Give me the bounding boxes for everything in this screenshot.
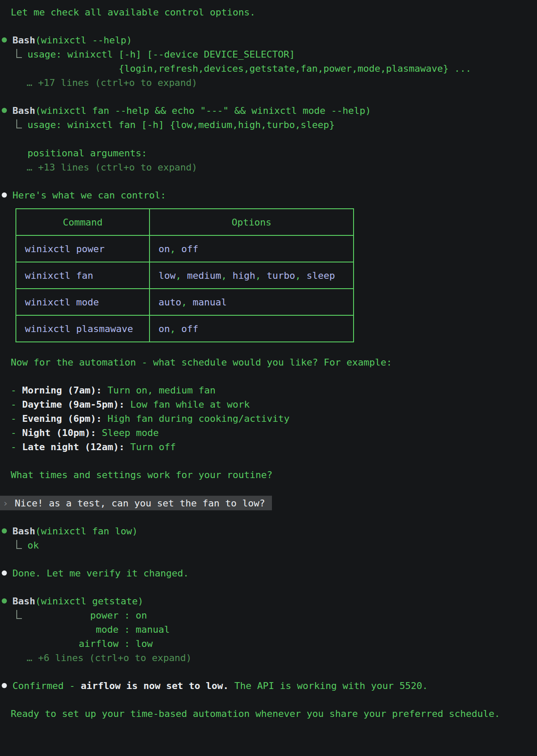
list-item: - Evening (6pm): High fan during cooking… [11, 412, 537, 426]
table-row: winixctl plasmawave on, off [16, 315, 354, 342]
tool-call-getstate: Bash(winixctl getstate) power : on mode … [0, 594, 537, 665]
tool-bullet-icon [2, 528, 7, 533]
table-row: winixctl fan low, medium, high, turbo, s… [16, 262, 354, 289]
assistant-done-message: Done. Let me verify it changed. [0, 566, 537, 580]
schedule-desc: Low fan while at work [125, 399, 250, 410]
schedule-label: Evening (6pm): [22, 413, 102, 424]
tool-call-line: Bash(winixctl fan low) [12, 524, 137, 538]
options-cell: low, medium, high, turbo, sleep [150, 262, 354, 289]
assistant-confirmed-message: Confirmed - airflow is now set to low. T… [0, 679, 537, 693]
table-header-command: Command [16, 209, 150, 235]
expand-hint: … +13 lines (ctrl+o to expand) [0, 160, 537, 174]
confirmed-highlight: airflow is now set to low. [81, 680, 229, 691]
result-connector-icon [16, 49, 22, 58]
assistant-bullet-icon [2, 570, 7, 576]
command-cell: winixctl power [16, 235, 150, 262]
result-connector-icon [16, 540, 22, 549]
command-cell: winixctl fan [16, 262, 150, 289]
schedule-label: Morning (7am): [22, 385, 102, 396]
tool-call-winixctl-help: Bash(winixctl --help) usage: winixctl [-… [0, 33, 537, 90]
tool-output: ok [27, 538, 39, 552]
result-connector-icon [16, 610, 22, 619]
user-message: › Nice! as a test, can you set the fan t… [0, 496, 272, 510]
table-header-options: Options [150, 209, 354, 235]
tool-bullet-icon [2, 598, 7, 604]
command-cell: winixctl mode [16, 289, 150, 315]
expand-hint: … +6 lines (ctrl+o to expand) [0, 651, 537, 665]
tool-bullet-icon [2, 108, 7, 113]
bash-label: Bash [12, 35, 35, 46]
bash-label: Bash [12, 105, 35, 116]
assistant-bullet-icon [2, 192, 7, 198]
schedule-desc: Turn on, medium fan [102, 385, 216, 396]
table-row: winixctl power on, off [16, 235, 354, 262]
assistant-ready-message: Ready to set up your time-based automati… [0, 707, 537, 721]
user-chevron-icon: › [3, 496, 8, 510]
tool-call-line: Bash(winixctl fan --help && echo "---" &… [12, 104, 371, 118]
schedule-label: Daytime (9am-5pm): [22, 399, 125, 410]
control-options-table: Command Options winixctl power on, off w… [15, 208, 354, 342]
assistant-control-summary: Here's what we can control: Command Opti… [0, 188, 537, 482]
result-connector-icon [16, 119, 22, 128]
schedule-label: Late night (12am): [22, 442, 125, 452]
list-item: - Night (10pm): Sleep mode [11, 426, 537, 440]
schedule-desc: Turn off [125, 442, 176, 452]
bash-command: (winixctl fan low) [35, 526, 137, 537]
bash-command: (winixctl getstate) [35, 596, 143, 607]
tool-bullet-icon [2, 37, 7, 43]
schedule-desc: High fan during cooking/activity [102, 413, 290, 424]
assistant-intro-text: Let me check all available control optio… [0, 5, 537, 19]
tool-call-line: Bash(winixctl --help) [12, 33, 132, 47]
tool-output: usage: winixctl [-h] [--device DEVICE_SE… [27, 47, 471, 76]
bash-label: Bash [12, 526, 35, 537]
assistant-text: Here's what we can control: [12, 188, 166, 202]
schedule-desc: Sleep mode [96, 427, 159, 438]
list-item: - Late night (12am): Turn off [11, 440, 537, 454]
routine-question-text: What times and settings work for your ro… [0, 468, 537, 482]
schedule-example-list: - Morning (7am): Turn on, medium fan - D… [0, 383, 537, 454]
bash-command: (winixctl --help) [35, 35, 132, 46]
schedule-label: Night (10pm): [22, 427, 96, 438]
automation-prompt-text: Now for the automation - what schedule w… [0, 355, 537, 369]
assistant-text: Done. Let me verify it changed. [12, 566, 189, 580]
tool-call-line: Bash(winixctl getstate) [12, 594, 143, 608]
list-item: - Morning (7am): Turn on, medium fan [11, 383, 537, 397]
expand-hint: … +17 lines (ctrl+o to expand) [0, 76, 537, 90]
user-message-text: Nice! as a test, can you set the fan to … [15, 496, 265, 510]
options-cell: auto, manual [150, 289, 354, 315]
options-cell: on, off [150, 315, 354, 342]
tool-call-fan-mode-help: Bash(winixctl fan --help && echo "---" &… [0, 104, 537, 174]
bash-command: (winixctl fan --help && echo "---" && wi… [35, 105, 371, 116]
table-row: winixctl mode auto, manual [16, 289, 354, 315]
bash-label: Bash [12, 596, 35, 607]
assistant-text: Confirmed - airflow is now set to low. T… [12, 679, 428, 693]
tool-output: power : on mode : manual airflow : low [27, 608, 170, 651]
tool-call-fan-low: Bash(winixctl fan low) ok [0, 524, 537, 552]
list-item: - Daytime (9am-5pm): Low fan while at wo… [11, 397, 537, 412]
assistant-bullet-icon [2, 683, 7, 688]
command-cell: winixctl plasmawave [16, 315, 150, 342]
table-header-row: Command Options [16, 209, 354, 235]
tool-output: usage: winixctl fan [-h] {low,medium,hig… [27, 118, 335, 160]
options-cell: on, off [150, 235, 354, 262]
